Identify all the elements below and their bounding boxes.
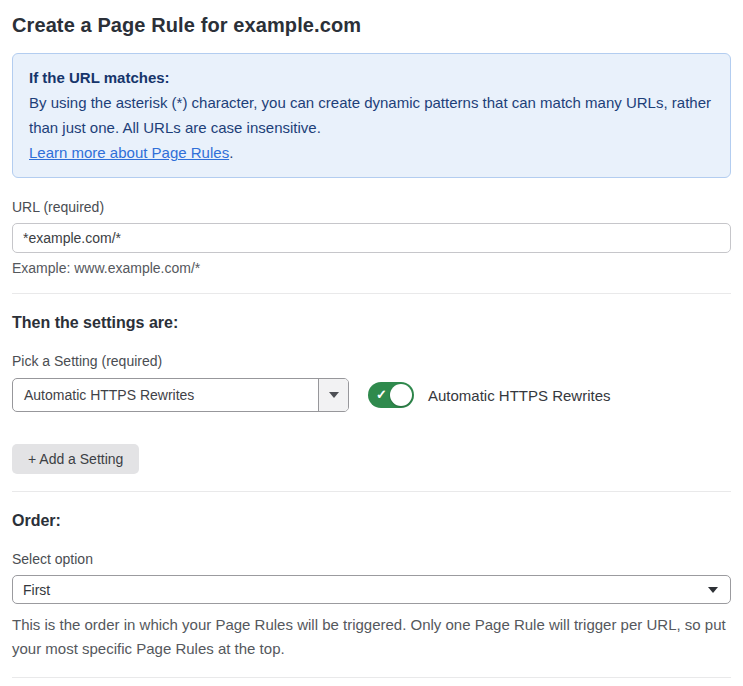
order-hint: This is the order in which your Page Rul… bbox=[12, 613, 731, 661]
url-match-info-box: If the URL matches: By using the asteris… bbox=[12, 53, 731, 178]
check-icon: ✓ bbox=[376, 388, 387, 401]
toggle-knob bbox=[390, 384, 412, 406]
url-field-hint: Example: www.example.com/* bbox=[12, 260, 731, 276]
info-box-heading: If the URL matches: bbox=[29, 65, 714, 90]
setting-toggle-wrap: ✓ Automatic HTTPS Rewrites bbox=[368, 382, 611, 408]
chevron-down-icon bbox=[329, 392, 339, 398]
url-input[interactable] bbox=[12, 223, 731, 253]
order-section-heading: Order: bbox=[12, 512, 731, 530]
info-box-link-line: Learn more about Page Rules. bbox=[29, 140, 714, 165]
divider bbox=[12, 491, 731, 492]
setting-toggle-label: Automatic HTTPS Rewrites bbox=[428, 387, 611, 404]
learn-more-link[interactable]: Learn more about Page Rules bbox=[29, 144, 229, 161]
setting-toggle[interactable]: ✓ bbox=[368, 382, 414, 408]
url-field-label: URL (required) bbox=[12, 199, 731, 215]
setting-row: Automatic HTTPS Rewrites ✓ Automatic HTT… bbox=[12, 378, 731, 412]
chevron-down-icon bbox=[708, 587, 718, 593]
divider bbox=[12, 677, 731, 678]
order-select-dropdown[interactable]: First bbox=[12, 575, 731, 604]
setting-picker-value: Automatic HTTPS Rewrites bbox=[13, 379, 318, 411]
add-setting-button[interactable]: + Add a Setting bbox=[12, 444, 139, 474]
page-title: Create a Page Rule for example.com bbox=[12, 14, 731, 37]
setting-picker-arrow-button[interactable] bbox=[318, 379, 348, 411]
order-select-value: First bbox=[23, 582, 708, 598]
setting-picker-dropdown[interactable]: Automatic HTTPS Rewrites bbox=[12, 378, 349, 412]
settings-section-heading: Then the settings are: bbox=[12, 314, 731, 332]
order-select-label: Select option bbox=[12, 551, 731, 567]
create-page-rule-form: Create a Page Rule for example.com If th… bbox=[0, 0, 743, 686]
divider bbox=[12, 293, 731, 294]
setting-picker-label: Pick a Setting (required) bbox=[12, 353, 731, 369]
link-suffix: . bbox=[229, 144, 233, 161]
info-box-body: By using the asterisk (*) character, you… bbox=[29, 90, 714, 140]
